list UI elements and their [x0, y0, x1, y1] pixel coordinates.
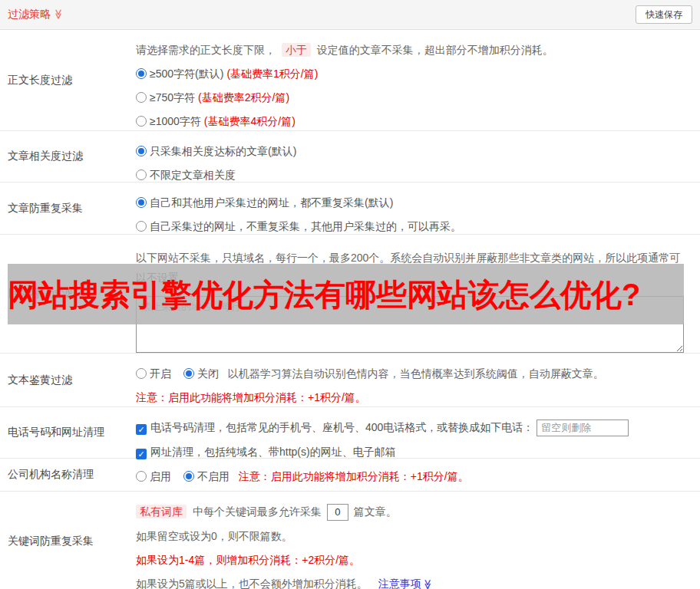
radio-option-relevance-any[interactable]: 不限定文章相关度	[136, 166, 694, 183]
row-relevance-filter: 文章相关度过滤 只采集相关度达标的文章(默认) 不限定文章相关度	[0, 131, 700, 183]
radio-button[interactable]	[183, 471, 194, 482]
replacement-phone-input[interactable]	[537, 420, 629, 436]
row-label: 关键词防重复采集	[0, 496, 136, 586]
keyword-note-1-4: 如果设为1-4篇，则增加积分消耗：+2积分/篇。	[136, 551, 694, 568]
private-lexicon-badge[interactable]: 私有词库	[136, 505, 187, 518]
company-clean-options: 启用 不启用 注意：启用此功能将增加积分消耗：+1积分/篇。	[136, 468, 694, 485]
radio-button[interactable]	[136, 197, 147, 208]
radio-option-porn-on[interactable]: 开启	[136, 367, 171, 380]
option-label: ≥500字符(默认)	[150, 67, 223, 80]
radio-option-porn-off[interactable]: 关闭	[183, 367, 219, 380]
option-label: 启用	[150, 470, 171, 482]
radio-button[interactable]	[136, 146, 147, 156]
option-label: 只采集相关度达标的文章(默认)	[150, 145, 296, 157]
radio-option-750[interactable]: ≥750字符(基础费率2积分/篇)	[136, 89, 694, 106]
row-porn-filter: 文本鉴黄过滤 开启 关闭 以机器学习算法自动识别色情内容，当色情概率达到系统阈值…	[0, 354, 700, 407]
fee-note: (基础费率1积分/篇)	[226, 67, 318, 80]
phone-clean-option[interactable]: ✓电话号码清理，包括常见的手机号、座机号、400电话格式，或替换成如下电话：	[136, 419, 694, 436]
chevron-double-down-icon: ≫	[53, 9, 64, 20]
row-keyword-dedup: 关键词防重复采集 私有词库 中每个关键词最多允许采集 篇文章。 如果留空或设为0…	[0, 492, 700, 589]
notice-link[interactable]: 注意事项≫	[378, 577, 433, 589]
option-label: 不限定文章相关度	[150, 169, 236, 181]
option-label: ≥1000字符	[150, 115, 201, 127]
radio-button[interactable]	[136, 116, 147, 127]
radio-button[interactable]	[136, 368, 147, 379]
company-clean-cost-note: 注意：启用此功能将增加积分消耗：+1积分/篇。	[239, 470, 469, 482]
quick-save-button[interactable]: 快速保存	[636, 5, 692, 24]
option-label: 自己采集过的网址，不重复采集，其他用户采集过的，可以再采。	[150, 220, 461, 232]
checkmark-icon: ✓	[137, 425, 144, 434]
radio-option-dedup-self[interactable]: 自己采集过的网址，不重复采集，其他用户采集过的，可以再采。	[136, 218, 694, 235]
row-article-dedup: 文章防重复采集 自己和其他用户采集过的网址，都不重复采集(默认) 自己采集过的网…	[0, 183, 700, 235]
row-content-length-filter: 正文长度过滤 请选择需求的正文长度下限， 小于 设定值的文章不采集，超出部分不增…	[0, 30, 700, 131]
radio-button[interactable]	[136, 68, 147, 79]
checkbox-phone-clean[interactable]: ✓	[136, 424, 147, 435]
row-label: 正文长度过滤	[0, 35, 136, 126]
keyword-note-5plus-line: 如果设为5篇或以上，也不会额外增加积分消耗。 注意事项≫	[136, 575, 694, 589]
keyword-limit-text: 中每个关键词最多允许采集	[193, 505, 322, 518]
radio-button[interactable]	[136, 471, 147, 482]
porn-filter-options: 开启 关闭 以机器学习算法自动识别色情内容，当色情概率达到系统阈值，自动屏蔽文章…	[136, 365, 694, 382]
porn-filter-description: 以机器学习算法自动识别色情内容，当色情概率达到系统阈值，自动屏蔽文章。	[228, 367, 604, 380]
row-content: 自己和其他用户采集过的网址，都不重复采集(默认) 自己采集过的网址，不重复采集，…	[136, 187, 700, 229]
chevron-double-down-icon: ≫	[418, 579, 435, 589]
section-title-text: 过滤策略	[8, 8, 51, 20]
fee-note: (基础费率2积分/篇)	[198, 91, 289, 104]
row-content: 私有词库 中每个关键词最多允许采集 篇文章。 如果留空或设为0，则不限篇数。 如…	[136, 496, 700, 586]
less-than-badge: 小于	[282, 43, 311, 57]
option-label: 网址清理，包括纯域名、带http(s)的网址、电子邮箱	[150, 446, 396, 458]
row-label: 电话号码和网址清理	[0, 412, 136, 453]
radio-option-500[interactable]: ≥500字符(默认)(基础费率1积分/篇)	[136, 65, 694, 82]
option-label: 关闭	[197, 367, 219, 380]
row-label: 公司机构名称清理	[0, 463, 136, 486]
row-content: ✓电话号码清理，包括常见的手机号、座机号、400电话格式，或替换成如下电话： ✓…	[136, 412, 700, 453]
row-label: 文章相关度过滤	[0, 136, 136, 177]
row-content: 启用 不启用 注意：启用此功能将增加积分消耗：+1积分/篇。	[136, 463, 700, 486]
porn-filter-cost-note: 注意：启用此功能将增加积分消耗：+1积分/篇。	[136, 389, 694, 406]
option-label: 开启	[150, 367, 171, 380]
row-content: 开启 关闭 以机器学习算法自动识别色情内容，当色情概率达到系统阈值，自动屏蔽文章…	[136, 358, 700, 402]
row-content: 请选择需求的正文长度下限， 小于 设定值的文章不采集，超出部分不增加积分消耗。 …	[136, 35, 700, 126]
keyword-limit-line: 私有词库 中每个关键词最多允许采集 篇文章。	[136, 503, 694, 521]
option-label: 电话号码清理，包括常见的手机号、座机号、400电话格式，或替换成如下电话：	[150, 421, 533, 433]
row-company-clean: 公司机构名称清理 启用 不启用 注意：启用此功能将增加积分消耗：+1积分/篇。	[0, 459, 700, 492]
radio-option-dedup-all[interactable]: 自己和其他用户采集过的网址，都不重复采集(默认)	[136, 194, 694, 211]
radio-button[interactable]	[136, 221, 147, 232]
desc-before: 请选择需求的正文长度下限，	[136, 44, 276, 56]
watermark-overlay-text: 网站搜索引擎优化方法有哪些网站该怎么优化?	[8, 279, 640, 310]
keyword-limit-suffix: 篇文章。	[354, 505, 397, 518]
radio-option-company-on[interactable]: 启用	[136, 470, 171, 482]
row-phone-url-clean: 电话号码和网址清理 ✓电话号码清理，包括常见的手机号、座机号、400电话格式，或…	[0, 407, 700, 459]
option-label: ≥750字符	[150, 91, 195, 104]
fee-note: (基础费率4积分/篇)	[204, 115, 296, 127]
row-content: 只采集相关度达标的文章(默认) 不限定文章相关度	[136, 136, 700, 177]
topbar: 过滤策略≫ 快速保存	[0, 0, 700, 30]
radio-button[interactable]	[136, 169, 147, 180]
notice-link-text: 注意事项	[378, 577, 421, 589]
radio-option-1000[interactable]: ≥1000字符(基础费率4积分/篇)	[136, 113, 694, 130]
radio-button[interactable]	[183, 368, 194, 379]
option-label: 不启用	[197, 470, 229, 482]
radio-button[interactable]	[136, 92, 147, 103]
radio-option-company-off[interactable]: 不启用	[183, 470, 229, 482]
section-title-filter-strategy[interactable]: 过滤策略≫	[8, 8, 64, 21]
keyword-note-5plus: 如果设为5篇或以上，也不会额外增加积分消耗。	[136, 577, 368, 589]
row-label: 文本鉴黄过滤	[0, 358, 136, 402]
row-label: 文章防重复采集	[0, 187, 136, 229]
filter-settings-page: 过滤策略≫ 快速保存 正文长度过滤 请选择需求的正文长度下限， 小于 设定值的文…	[0, 0, 700, 589]
checkbox-url-clean[interactable]: ✓	[136, 449, 147, 459]
max-articles-input[interactable]	[327, 504, 348, 521]
content-length-description: 请选择需求的正文长度下限， 小于 设定值的文章不采集，超出部分不增加积分消耗。	[136, 41, 694, 58]
watermark-overlay-banner: 网站搜索引擎优化方法有哪些网站该怎么优化?	[8, 264, 684, 324]
checkmark-icon: ✓	[137, 449, 144, 459]
url-clean-option[interactable]: ✓网址清理，包括纯域名、带http(s)的网址、电子邮箱	[136, 443, 694, 460]
desc-after: 设定值的文章不采集，超出部分不增加积分消耗。	[317, 44, 553, 56]
option-label: 自己和其他用户采集过的网址，都不重复采集(默认)	[150, 196, 393, 209]
keyword-note-zero: 如果留空或设为0，则不限篇数。	[136, 528, 694, 545]
radio-option-relevance-only[interactable]: 只采集相关度达标的文章(默认)	[136, 143, 694, 160]
